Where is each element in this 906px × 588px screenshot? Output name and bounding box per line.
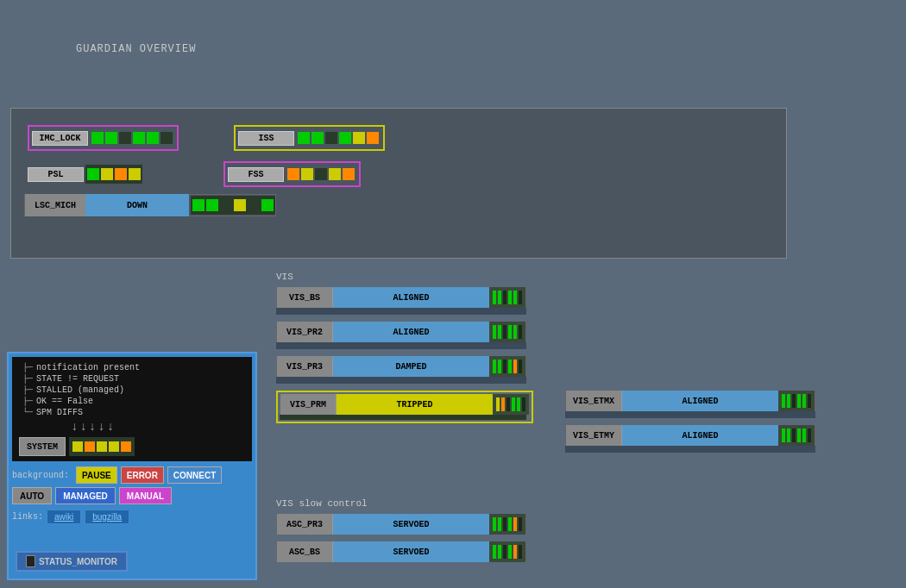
bar [339, 132, 351, 144]
legend-line-1: ├─ notification present [22, 363, 245, 372]
vis-etmx-row: VIS_ETMX ALIGNED [565, 391, 833, 418]
vis-title: VIS [276, 272, 544, 282]
vis-pr3-widget: VIS_PR3 DAMPED [276, 356, 526, 377]
bar [315, 168, 327, 180]
vis-pr2-row: VIS_PR2 ALIGNED [276, 322, 544, 349]
bar [498, 517, 501, 531]
bar [72, 441, 83, 452]
vis-prm-status: TRIPPED [337, 394, 493, 415]
bugzilla-link[interactable]: bugzilla [85, 510, 129, 524]
manual-button[interactable]: MANUAL [119, 487, 172, 504]
asc-pr3-label: ASC_PR3 [277, 514, 333, 535]
connect-button[interactable]: CONNECT [167, 466, 222, 484]
legend: ├─ notification present ├─ STATE != REQU… [19, 362, 245, 418]
bar [513, 545, 517, 559]
bar [808, 428, 811, 442]
bar [522, 397, 525, 411]
pause-button[interactable]: PAUSE [76, 466, 117, 484]
bar [797, 394, 801, 408]
vis-bs-widget: VIS_BS ALIGNED [276, 287, 526, 308]
asc-pr3-widget: ASC_PR3 SERVOED [276, 514, 526, 535]
system-row: SYSTEM [19, 437, 245, 456]
vis-prm-widget: VIS_PRM TRIPPED [280, 394, 530, 415]
mode-row: AUTO MANAGED MANUAL [12, 487, 252, 504]
bar [508, 545, 512, 559]
system-label[interactable]: SYSTEM [19, 437, 66, 456]
bar [519, 291, 522, 304]
status-monitor-label: STATUS_MONITOR [39, 557, 117, 566]
legend-text-3: STALLED (managed) [36, 385, 124, 395]
vis-pr2-label: VIS_PR2 [277, 322, 333, 342]
vis-etmx-label: VIS_ETMX [566, 391, 622, 411]
bar [493, 291, 496, 304]
bar [287, 168, 299, 180]
bar [513, 291, 517, 304]
awiki-link[interactable]: awiki [47, 510, 81, 524]
bar [787, 394, 790, 408]
bar [792, 428, 796, 442]
bar [503, 360, 506, 373]
vis-slow-section: VIS slow control ASC_PR3 SERVOED ASC_BS … [276, 498, 544, 569]
bar [129, 168, 141, 180]
bar [508, 325, 512, 339]
status-monitor-button[interactable]: STATUS_MONITOR [16, 551, 128, 572]
monitor-icon [26, 555, 35, 567]
bar [513, 360, 517, 373]
auto-button[interactable]: AUTO [12, 487, 52, 504]
psl-bars [85, 165, 142, 184]
legend-line-3: ├─ STALLED (managed) [22, 385, 245, 395]
vis-etmy-widget: VIS_ETMY ALIGNED [565, 425, 815, 446]
vis-pr3-status: DAMPED [333, 356, 489, 377]
bar [206, 199, 218, 211]
bar [508, 291, 512, 304]
bar [301, 168, 313, 180]
bar [121, 441, 131, 452]
bar [493, 360, 496, 373]
error-button[interactable]: ERROR [121, 466, 164, 484]
bar [503, 325, 506, 339]
system-bars [69, 437, 135, 456]
vis-etmy-label: VIS_ETMY [566, 425, 622, 446]
bar [496, 397, 500, 411]
links-label: links: [12, 512, 43, 522]
asc-bs-row: ASC_BS SERVOED [276, 541, 544, 562]
vis-pr2-spacer [276, 342, 526, 349]
psl-widget: PSL [28, 165, 142, 184]
vis-pr3-row: VIS_PR3 DAMPED [276, 356, 544, 384]
bar [261, 199, 274, 211]
legend-text-2: STATE != REQUEST [36, 374, 119, 384]
legend-text-4: OK == False [36, 397, 93, 406]
bar [513, 325, 517, 339]
vis-pr3-spacer [276, 377, 526, 384]
legend-text-1: notification present [36, 363, 140, 372]
vis-etmy-bars [778, 425, 815, 446]
vis-bs-status: ALIGNED [333, 287, 489, 308]
bar [498, 291, 501, 304]
vis-etmx-bars [778, 391, 815, 411]
asc-bs-widget: ASC_BS SERVOED [276, 541, 526, 562]
legend-line-5: └─ SPM DIFFS [22, 408, 245, 417]
managed-button[interactable]: MANAGED [55, 487, 116, 504]
imc-lock-bars [90, 128, 174, 147]
fss-bars [286, 165, 356, 184]
vis-section: VIS VIS_BS ALIGNED VIS_PR2 ALIGNED [276, 272, 544, 423]
psl-label: PSL [28, 167, 84, 182]
bar [782, 394, 785, 408]
bar [498, 325, 501, 339]
asc-bs-status: SERVOED [333, 541, 489, 562]
bar [503, 517, 506, 531]
asc-pr3-row: ASC_PR3 SERVOED [276, 514, 544, 535]
bar [115, 168, 127, 180]
bar [87, 168, 99, 180]
bar [343, 168, 355, 180]
bar [808, 394, 811, 408]
vis-etmx-spacer [565, 411, 815, 418]
iss-bars [296, 128, 381, 147]
bar [519, 325, 522, 339]
bar [97, 441, 107, 452]
vis-etmy-spacer [565, 446, 815, 453]
vis-pr2-widget: VIS_PR2 ALIGNED [276, 322, 526, 342]
vis-bs-bars [489, 287, 525, 308]
fss-label: FSS [228, 167, 284, 182]
bar [517, 397, 520, 411]
